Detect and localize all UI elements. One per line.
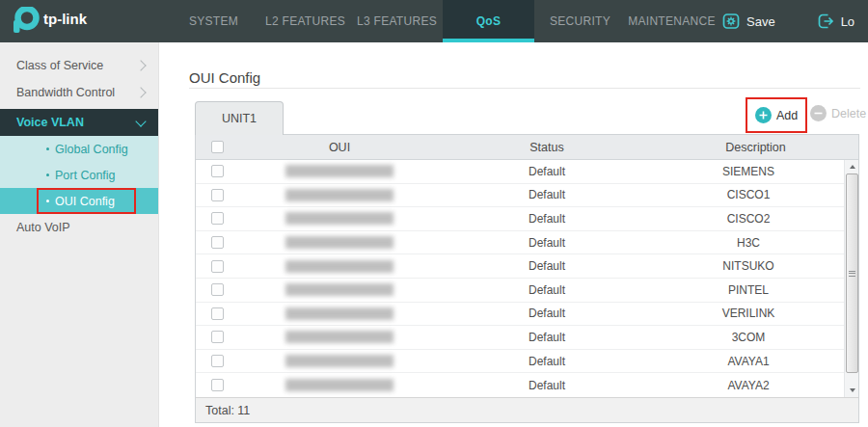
save-button[interactable]: Save: [721, 12, 775, 31]
table-row: Default AVAYA2: [196, 373, 844, 397]
sidebar-item-oui-config[interactable]: OUI Config: [0, 188, 158, 214]
row-description: AVAYA1: [653, 355, 844, 368]
table-row: Default PINTEL: [196, 279, 844, 303]
oui-value-redacted: [285, 331, 393, 343]
oui-value-redacted: [285, 307, 393, 320]
row-status: Default: [441, 307, 653, 320]
row-checkbox[interactable]: [211, 379, 224, 391]
save-gear-icon: [721, 12, 741, 31]
sidebar-item-voice-vlan[interactable]: Voice VLAN: [0, 109, 158, 136]
logout-button[interactable]: Lo: [816, 12, 854, 31]
oui-value-redacted: [285, 165, 393, 177]
table-header-row: OUI Status Description: [196, 135, 858, 160]
scroll-down-icon: [850, 388, 855, 392]
page-title: OUI Config: [189, 69, 260, 86]
row-status: Default: [441, 165, 653, 178]
row-description: H3C: [653, 236, 844, 250]
row-status: Default: [441, 379, 653, 392]
minus-icon: [810, 105, 827, 121]
oui-value-redacted: [285, 212, 393, 225]
row-description: AVAYA2: [653, 379, 844, 392]
row-checkbox[interactable]: [211, 307, 224, 320]
title-divider: [189, 88, 860, 89]
row-status: Default: [441, 283, 653, 297]
sidebar-item-label: Auto VoIP: [16, 221, 70, 234]
sidebar-item-label: OUI Config: [55, 195, 115, 208]
oui-value-redacted: [285, 355, 393, 367]
sidebar-item-label: Voice VLAN: [16, 116, 84, 129]
row-status: Default: [441, 355, 653, 368]
row-checkbox[interactable]: [211, 165, 224, 177]
row-checkbox[interactable]: [211, 212, 224, 225]
row-checkbox[interactable]: [211, 189, 224, 201]
scrollbar-grip-icon: [849, 271, 855, 277]
row-description: CISCO1: [653, 188, 844, 201]
row-description: PINTEL: [653, 283, 844, 297]
row-status: Default: [441, 236, 653, 250]
sidebar-item-label: Port Config: [55, 169, 116, 182]
row-status: Default: [441, 259, 653, 273]
column-header-oui: OUI: [238, 141, 441, 154]
app-header: tp-link SYSTEM L2 FEATURES L3 FEATURES Q…: [0, 0, 868, 42]
table-body: Default SIEMENS Default CISCO1 Default C…: [196, 160, 858, 397]
svg-text:tp-link: tp-link: [43, 11, 88, 27]
row-description: CISCO2: [653, 212, 844, 226]
red-annotation-box: Add: [746, 97, 807, 133]
add-button[interactable]: Add: [755, 107, 798, 123]
sidebar-item-auto-voip[interactable]: Auto VoIP: [0, 214, 158, 241]
table-row: Default CISCO1: [196, 184, 844, 208]
bullet-icon: [46, 173, 49, 176]
row-checkbox[interactable]: [211, 236, 224, 249]
row-description: NITSUKO: [653, 259, 844, 273]
tab-unit1[interactable]: UNIT1: [195, 101, 284, 135]
sidebar-item-port-config[interactable]: Port Config: [0, 162, 158, 188]
nav-item-qos[interactable]: QoS: [443, 0, 534, 42]
voice-vlan-submenu: Global Config Port Config OUI Config: [0, 136, 158, 214]
oui-value-redacted: [285, 189, 393, 201]
sidebar-item-bandwidth-control[interactable]: Bandwidth Control: [0, 79, 158, 106]
oui-value-redacted: [285, 283, 393, 296]
row-status: Default: [441, 212, 653, 226]
scroll-up-button[interactable]: [845, 160, 859, 173]
header-actions: Save Lo: [721, 0, 854, 42]
main-nav: SYSTEM L2 FEATURES L3 FEATURES QoS SECUR…: [168, 0, 718, 42]
sidebar-item-global-config[interactable]: Global Config: [0, 136, 158, 162]
row-checkbox[interactable]: [211, 260, 224, 273]
nav-item-l2-features[interactable]: L2 FEATURES: [259, 0, 351, 42]
nav-item-l3-features[interactable]: L3 FEATURES: [351, 0, 443, 42]
logout-label: Lo: [841, 14, 854, 29]
row-description: 3COM: [653, 331, 844, 344]
table-scrollbar[interactable]: [844, 160, 858, 397]
plus-icon: [755, 107, 772, 123]
bullet-icon: [46, 147, 49, 150]
total-count-label: Total: 11: [205, 404, 250, 417]
table-row: Default CISCO2: [196, 207, 844, 231]
sidebar-item-class-of-service[interactable]: Class of Service: [0, 52, 158, 79]
nav-item-maintenance[interactable]: MAINTENANCE: [626, 0, 718, 42]
scrollbar-thumb[interactable]: [846, 173, 858, 373]
oui-value-redacted: [285, 379, 393, 391]
row-status: Default: [441, 331, 653, 344]
save-label: Save: [746, 14, 775, 29]
row-checkbox[interactable]: [211, 283, 224, 296]
row-description: VERILINK: [653, 307, 844, 320]
nav-item-security[interactable]: SECURITY: [534, 0, 626, 42]
tp-link-logo[interactable]: tp-link: [12, 7, 118, 36]
add-label: Add: [776, 109, 798, 122]
scroll-down-button[interactable]: [845, 384, 859, 397]
chevron-down-icon: [135, 116, 146, 126]
scroll-up-icon: [850, 165, 855, 169]
table-row: Default H3C: [196, 231, 844, 255]
bullet-icon: [46, 200, 49, 202]
row-checkbox[interactable]: [211, 331, 224, 343]
table-row: Default VERILINK: [196, 303, 844, 327]
chevron-right-icon: [135, 87, 146, 97]
table-row: Default AVAYA1: [196, 350, 844, 374]
column-header-status: Status: [441, 141, 653, 154]
sidebar: Class of Service Bandwidth Control Voice…: [0, 42, 159, 427]
delete-label: Delete: [831, 107, 866, 120]
select-all-checkbox[interactable]: [211, 141, 224, 153]
delete-button[interactable]: Delete: [810, 101, 866, 125]
nav-item-system[interactable]: SYSTEM: [168, 0, 259, 42]
row-checkbox[interactable]: [211, 355, 224, 367]
